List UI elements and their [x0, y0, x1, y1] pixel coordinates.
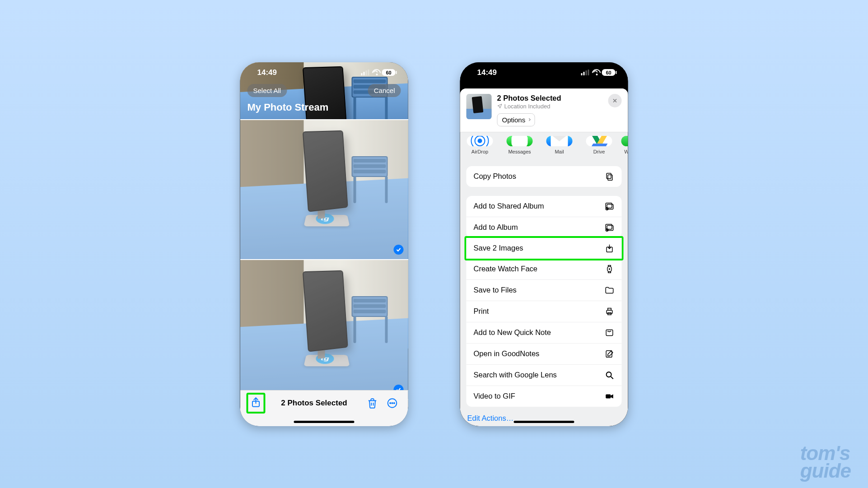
close-icon [612, 98, 618, 104]
share-title: 2 Photos Selected [497, 94, 603, 102]
cancel-button[interactable]: Cancel [368, 84, 401, 97]
share-target-airdrop[interactable]: AirDrop [460, 136, 500, 154]
action-quick-note[interactable]: Add to New Quick Note [467, 322, 622, 343]
action-print[interactable]: Print [467, 301, 622, 322]
photo-item-2[interactable]: tg [240, 119, 408, 259]
photos-selection-screen: tg tg tg [240, 62, 408, 426]
folder-icon [605, 285, 615, 295]
trash-icon[interactable] [367, 397, 378, 409]
more-icon[interactable] [387, 397, 398, 409]
copy-icon [605, 172, 615, 181]
share-icon[interactable] [250, 396, 262, 408]
action-copy-photos[interactable]: Copy Photos [467, 166, 622, 187]
action-add-shared-album[interactable]: Add to Shared Album [467, 196, 622, 217]
action-watch-face[interactable]: Create Watch Face [467, 259, 622, 279]
photo-item-3[interactable]: tg [240, 259, 408, 399]
download-icon [605, 243, 615, 253]
share-target-mail[interactable]: Mail [540, 136, 579, 154]
search-icon [605, 370, 615, 380]
highlight-save-images: Save 2 Images [465, 236, 624, 260]
share-sheet-screen: 14:49 60 2 Photos Selected Location Incl… [460, 62, 628, 426]
selected-check-icon [394, 245, 404, 255]
cellular-icon [361, 70, 369, 75]
action-save-images[interactable]: Save 2 Images [467, 238, 622, 259]
svg-rect-17 [608, 308, 611, 310]
watermark: tom's guide [800, 444, 851, 480]
svg-rect-6 [607, 173, 611, 178]
mail-icon [546, 136, 573, 146]
svg-rect-19 [606, 330, 613, 335]
location-icon [497, 103, 503, 109]
share-target-whatsapp[interactable]: Wh [619, 136, 628, 154]
action-video-gif[interactable]: Video to GIF [467, 386, 622, 407]
printer-icon [605, 307, 615, 316]
battery-icon: 60 [602, 69, 616, 76]
svg-rect-5 [608, 175, 612, 180]
note-icon [605, 328, 615, 338]
action-goodnotes[interactable]: Open in GoodNotes [467, 343, 622, 364]
home-indicator[interactable] [514, 421, 574, 423]
svg-point-21 [607, 372, 611, 377]
svg-rect-22 [606, 394, 611, 398]
share-header: 2 Photos Selected Location Included Opti… [460, 88, 628, 132]
home-indicator[interactable] [294, 421, 355, 423]
action-save-files[interactable]: Save to Files [467, 279, 622, 301]
svg-point-4 [394, 403, 395, 404]
status-bar: 14:49 60 [240, 62, 408, 83]
status-time: 14:49 [257, 68, 277, 77]
compose-icon [605, 349, 615, 359]
drive-icon [586, 136, 612, 146]
select-all-button[interactable]: Select All [247, 84, 287, 97]
action-group-2: Add to Shared Album Add to Album Save 2 … [467, 196, 622, 423]
airdrop-icon [467, 136, 493, 146]
share-target-drive[interactable]: Drive [579, 136, 619, 154]
actions-list[interactable]: Copy Photos Add to Shared Album Add to A… [460, 159, 628, 426]
svg-point-2 [390, 403, 391, 404]
svg-point-3 [392, 403, 392, 404]
video-icon [605, 391, 615, 401]
battery-icon: 60 [382, 69, 396, 76]
toolbar-title: 2 Photos Selected [262, 399, 367, 408]
svg-rect-16 [607, 310, 612, 313]
shared-album-icon [605, 201, 615, 211]
action-add-album[interactable]: Add to Album [467, 217, 622, 238]
svg-point-15 [609, 269, 610, 270]
cellular-icon [581, 70, 589, 75]
options-button[interactable]: Options [497, 113, 535, 126]
whatsapp-icon [621, 136, 628, 146]
action-group-1: Copy Photos [467, 166, 622, 187]
album-title: My Photo Stream [247, 102, 401, 113]
action-google-lens[interactable]: Search with Google Lens [467, 364, 622, 386]
status-time: 14:49 [477, 68, 497, 77]
messages-icon [507, 136, 533, 146]
share-subtitle: Location Included [497, 103, 603, 110]
close-button[interactable] [608, 94, 622, 107]
wifi-icon [372, 70, 379, 75]
watch-icon [605, 264, 615, 274]
share-targets-row[interactable]: AirDrop Messages Mail Drive Wh [460, 132, 628, 159]
share-thumbnail [467, 94, 492, 119]
chevron-right-icon [527, 117, 532, 122]
share-target-messages[interactable]: Messages [500, 136, 540, 154]
wifi-icon [592, 70, 599, 75]
album-icon [605, 223, 615, 232]
status-bar: 14:49 60 [460, 62, 628, 83]
